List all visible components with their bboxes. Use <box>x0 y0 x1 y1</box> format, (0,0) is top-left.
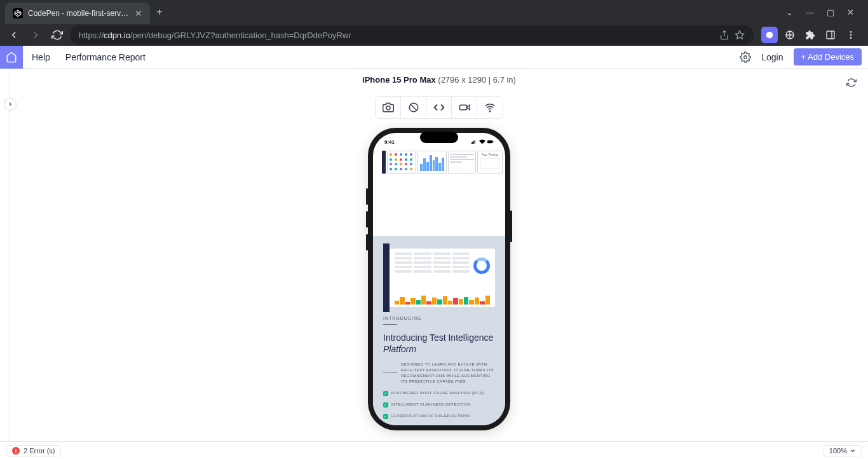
signal-icon <box>471 139 477 144</box>
login-link[interactable]: Login <box>761 52 783 62</box>
device-label: iPhone 15 Pro Max (2796 x 1290 | 6.7 in) <box>362 75 516 85</box>
device-toolbar <box>375 96 503 119</box>
extension-1-icon[interactable] <box>761 27 778 43</box>
extension-icons <box>757 27 863 43</box>
back-button[interactable] <box>5 26 23 44</box>
header-links: Help Performance Report <box>23 52 146 62</box>
svg-rect-19 <box>475 140 475 144</box>
expand-sidebar-button[interactable] <box>4 98 17 111</box>
hero-card-4: App Testing <box>477 151 503 174</box>
phone-screen[interactable]: 9:41 <box>373 133 505 425</box>
maximize-icon[interactable]: ▢ <box>827 8 834 17</box>
network-button[interactable] <box>477 97 503 118</box>
screenshot-button[interactable] <box>376 97 401 118</box>
menu-icon[interactable] <box>843 27 859 43</box>
svg-rect-20 <box>487 140 492 144</box>
phone-frame: 9:41 <box>368 128 510 430</box>
header-right: Login + Add Devices <box>740 48 868 65</box>
share-icon[interactable] <box>719 30 729 40</box>
close-tab-icon[interactable]: ✕ <box>135 8 142 18</box>
record-button[interactable] <box>452 97 477 118</box>
svg-rect-18 <box>473 141 474 144</box>
help-link[interactable]: Help <box>32 52 50 62</box>
close-window-icon[interactable]: ✕ <box>847 8 854 17</box>
url-bar[interactable]: https://cdpn.io/pen/debug/GRLYJVZ?authen… <box>70 25 754 45</box>
desc-text: DESIGNED TO LEARN AND EVOLVE WITH EACH T… <box>401 362 495 385</box>
feature-1: ✓AI-POWERED ROOT CAUSE ANALYSIS (RCA) <box>383 391 495 396</box>
svg-point-15 <box>489 111 491 112</box>
zoom-control[interactable]: 100% <box>824 445 862 456</box>
hero-card-2 <box>417 151 447 174</box>
phone-notch <box>420 132 458 143</box>
star-icon[interactable] <box>735 30 745 40</box>
home-button[interactable] <box>0 46 23 69</box>
reload-button[interactable] <box>48 26 66 44</box>
svg-point-6 <box>850 31 852 33</box>
content-area: iPhone 15 Pro Max (2796 x 1290 | 6.7 in)… <box>0 69 868 441</box>
feature-2: ✓INTELLIGENT FLAKINESS DETECTION <box>383 402 495 408</box>
extension-2-icon[interactable] <box>782 27 798 43</box>
desc-block: DESIGNED TO LEARN AND EVOLVE WITH EACH T… <box>383 362 495 385</box>
intro-accent-bar <box>383 243 390 312</box>
svg-rect-17 <box>472 142 473 144</box>
url-text: https://cdpn.io/pen/debug/GRLYJVZ?authen… <box>79 31 715 40</box>
svg-point-10 <box>386 106 390 110</box>
intro-bar-chart <box>395 292 490 305</box>
battery-icon <box>487 139 494 144</box>
extensions-icon[interactable] <box>802 27 818 43</box>
settings-icon[interactable] <box>740 51 751 63</box>
svg-rect-16 <box>471 142 471 144</box>
window-controls: ⌄ — ▢ ✕ <box>786 8 863 17</box>
svg-point-7 <box>850 34 852 36</box>
check-icon: ✓ <box>383 414 388 419</box>
zoom-value: 100% <box>829 447 847 455</box>
tab-bar: CodePen - mobile-first-services ✕ + ⌄ — … <box>0 0 868 24</box>
check-icon: ✓ <box>383 402 388 408</box>
device-specs: (2796 x 1290 | 6.7 in) <box>438 75 516 85</box>
panel-icon[interactable] <box>822 27 839 43</box>
app-header: Help Performance Report Login + Add Devi… <box>0 46 868 69</box>
chevron-down-icon[interactable]: ⌄ <box>786 8 793 17</box>
rotate-button[interactable] <box>401 97 426 118</box>
svg-rect-4 <box>827 31 834 39</box>
hero-images: App Testing <box>373 151 505 174</box>
hero-tag: App Testing <box>478 151 502 156</box>
device-name: iPhone 15 Pro Max <box>362 75 436 85</box>
minimize-icon[interactable]: — <box>806 8 814 17</box>
desc-line <box>383 373 397 373</box>
svg-point-8 <box>850 37 852 39</box>
devtools-button[interactable] <box>426 97 452 118</box>
feature-3: ✓CLASSIFICATION OF FAILED ACTIONS <box>383 414 495 419</box>
svg-rect-13 <box>459 105 466 110</box>
add-devices-button[interactable]: + Add Devices <box>794 48 862 65</box>
tab-title: CodePen - mobile-first-services <box>28 9 130 18</box>
error-dot-icon: ! <box>12 447 20 455</box>
eyebrow-text: INTRODUCING <box>383 316 495 320</box>
phone-time: 9:41 <box>384 139 395 145</box>
headline: Introducing Test Intelligence Platform <box>383 332 495 355</box>
check-icon: ✓ <box>383 391 388 396</box>
intro-section: INTRODUCING Introducing Test Intelligenc… <box>373 236 505 425</box>
app-footer: ! 2 Error (s) 100% <box>0 441 868 459</box>
refresh-device-button[interactable] <box>846 78 857 90</box>
svg-marker-1 <box>735 31 743 39</box>
url-actions <box>719 30 745 40</box>
new-tab-button[interactable]: + <box>156 6 162 18</box>
forward-button[interactable] <box>27 26 44 44</box>
phone-content: App Testing <box>373 151 505 425</box>
main-area: iPhone 15 Pro Max (2796 x 1290 | 6.7 in)… <box>10 69 868 441</box>
hero-accent-bar <box>382 151 386 174</box>
intro-image <box>383 249 495 307</box>
hero-card-1 <box>387 151 416 174</box>
hero-card-3 <box>448 151 476 174</box>
browser-chrome: CodePen - mobile-first-services ✕ + ⌄ — … <box>0 0 868 46</box>
performance-report-link[interactable]: Performance Report <box>65 52 146 62</box>
nav-bar: https://cdpn.io/pen/debug/GRLYJVZ?authen… <box>0 24 868 46</box>
codepen-favicon <box>13 8 23 18</box>
donut-chart-icon <box>473 257 490 274</box>
side-rail <box>0 69 10 441</box>
error-indicator[interactable]: ! 2 Error (s) <box>6 445 61 456</box>
eyebrow-line <box>383 324 397 325</box>
svg-rect-21 <box>493 141 494 142</box>
browser-tab[interactable]: CodePen - mobile-first-services ✕ <box>5 3 150 24</box>
